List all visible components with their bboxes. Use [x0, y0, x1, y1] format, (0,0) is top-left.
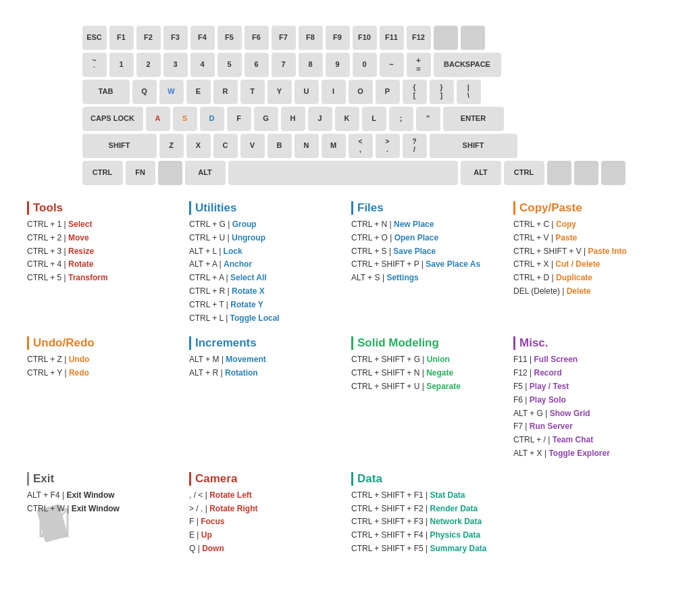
keyboard-key: B [267, 134, 292, 158]
section-title-solid-modeling: Solid Modeling [351, 336, 500, 350]
action-label: Summary Data [430, 544, 486, 553]
section-title-files: Files [351, 201, 500, 215]
keyboard-key: M [322, 134, 346, 158]
section-title-utilities: Utilities [189, 201, 338, 215]
list-item: CTRL + A | Select All [189, 272, 338, 284]
keyboard-key: Q [132, 80, 157, 104]
list-item: CTRL + T | Rotate Y [189, 299, 338, 311]
key-combo: CTRL + 1 | [27, 220, 68, 229]
keyboard-key: F7 [272, 26, 296, 50]
key-combo: CTRL + SHIFT + N | [351, 368, 426, 378]
shortcut-list-undo-redo: CTRL + Z | UndoCTRL + Y | Redo [27, 354, 176, 379]
list-item: ALT + S | Settings [351, 272, 500, 284]
keyboard-key: SHIFT [82, 134, 157, 158]
list-item: F12 | Record [513, 367, 662, 379]
keyboard-key [158, 161, 182, 185]
keyboard-key: 4 [190, 53, 215, 77]
key-combo: ALT + R | [189, 368, 225, 378]
action-label: Rotation [225, 368, 258, 378]
list-item: CTRL + SHIFT + P | Save Place As [351, 259, 500, 270]
section-misc: Misc.F11 | Full ScreenF12 | RecordF5 | P… [513, 336, 662, 461]
action-label: Anchor [224, 259, 252, 269]
keyboard-key [547, 161, 571, 185]
shortcut-list-files: CTRL + N | New PlaceCTRL + O | Open Plac… [351, 219, 500, 284]
keyboard-key: SHIFT [430, 134, 517, 158]
list-item: CTRL + G | Group [189, 219, 338, 230]
action-label: Undo [69, 355, 90, 364]
action-label: Ungroup [232, 233, 265, 242]
section-title-undo-redo: Undo/Redo [27, 336, 176, 350]
keyboard-key: | \ [457, 80, 481, 104]
keyboard-key: TAB [82, 80, 130, 104]
list-item: ALT + X | Toggle Explorer [513, 448, 662, 459]
keyboard-key: + = [407, 53, 431, 77]
keyboard-key: ESC [82, 26, 107, 50]
keyboard-key: { [ [403, 80, 427, 104]
key-combo: CTRL + R | [189, 286, 232, 296]
action-label: Save Place As [426, 259, 480, 269]
list-item: CTRL + R | Rotate X [189, 286, 338, 297]
keyboard-key: 7 [272, 53, 296, 77]
action-label: Transform [68, 273, 108, 282]
action-label: Rotate Right [209, 504, 257, 513]
action-label: Play / Test [530, 382, 569, 391]
keyboard-key: 8 [299, 53, 323, 77]
action-label: Select All [230, 273, 267, 282]
key-combo: CTRL + SHIFT + F5 | [351, 544, 430, 553]
section-increments: IncrementsALT + M | MovementALT + R | Ro… [189, 336, 338, 461]
keyboard-key: Y [267, 80, 292, 104]
list-item: CTRL + / | Team Chat [513, 434, 662, 446]
action-label: Full Screen [534, 355, 578, 364]
list-item: ALT + M | Movement [189, 354, 338, 365]
list-item: , / < | Rotate Left [189, 490, 338, 501]
keyboard-key: S [173, 107, 197, 131]
key-combo: CTRL + SHIFT + U | [351, 382, 426, 391]
list-item: CTRL + SHIFT + F1 | Stat Data [351, 490, 500, 501]
keyboard-key: 2 [136, 53, 161, 77]
keyboard-key: F3 [163, 26, 188, 50]
action-label: Up [201, 530, 212, 540]
key-combo: ALT + A | [189, 259, 224, 269]
key-combo: E | [189, 530, 201, 540]
action-label: Rotate Left [209, 490, 252, 500]
keyboard-key: F4 [190, 26, 215, 50]
list-item: CTRL + SHIFT + G | Union [351, 354, 500, 365]
section-title-camera: Camera [189, 472, 338, 486]
action-label: Negate [426, 368, 453, 378]
list-item: ALT + G | Show Grid [513, 408, 662, 419]
section-utilities: UtilitiesCTRL + G | GroupCTRL + U | Ungr… [189, 201, 338, 326]
logo-watermark [34, 503, 74, 543]
list-item: F5 | Play / Test [513, 381, 662, 392]
keyboard-key: BACKSPACE [434, 53, 501, 77]
key-combo: CTRL + V | [513, 233, 555, 242]
list-item: ALT + L | Lock [189, 246, 338, 257]
key-combo: CTRL + O | [351, 233, 394, 242]
list-item: E | Up [189, 530, 338, 541]
key-combo: CTRL + SHIFT + V | [513, 247, 588, 256]
action-label: Play Solo [530, 395, 566, 405]
keyboard-key: F9 [326, 26, 350, 50]
shortcut-list-tools: CTRL + 1 | SelectCTRL + 2 | MoveCTRL + 3… [27, 219, 176, 284]
keyboard-key: − [380, 53, 404, 77]
action-label: Lock [224, 247, 242, 256]
list-item: CTRL + O | Open Place [351, 232, 500, 244]
keyboard-key: O [349, 80, 373, 104]
keyboard-key: 6 [245, 53, 269, 77]
keyboard-key: L [362, 107, 386, 131]
keyboard-key: P [376, 80, 400, 104]
action-label: New Place [394, 220, 434, 229]
list-item: CTRL + U | Ungroup [189, 232, 338, 244]
list-item: CTRL + 2 | Move [27, 232, 176, 244]
keyboard-key: I [322, 80, 346, 104]
key-combo: CTRL + N | [351, 220, 394, 229]
list-item: CTRL + N | New Place [351, 219, 500, 230]
keyboard-row: ESCF1F2F3F4F5F6F7F8F9F10F11F12 [82, 26, 485, 50]
shortcut-list-solid-modeling: CTRL + SHIFT + G | UnionCTRL + SHIFT + N… [351, 354, 500, 392]
action-label: Exit Window [66, 490, 114, 500]
keyboard-key: FN [126, 161, 155, 185]
keyboard-key: } ] [430, 80, 454, 104]
keyboard-key: A [146, 107, 170, 131]
keyboard-key: CTRL [504, 161, 544, 185]
key-combo: CTRL + SHIFT + F1 | [351, 490, 430, 500]
key-combo: CTRL + SHIFT + F4 | [351, 530, 430, 540]
